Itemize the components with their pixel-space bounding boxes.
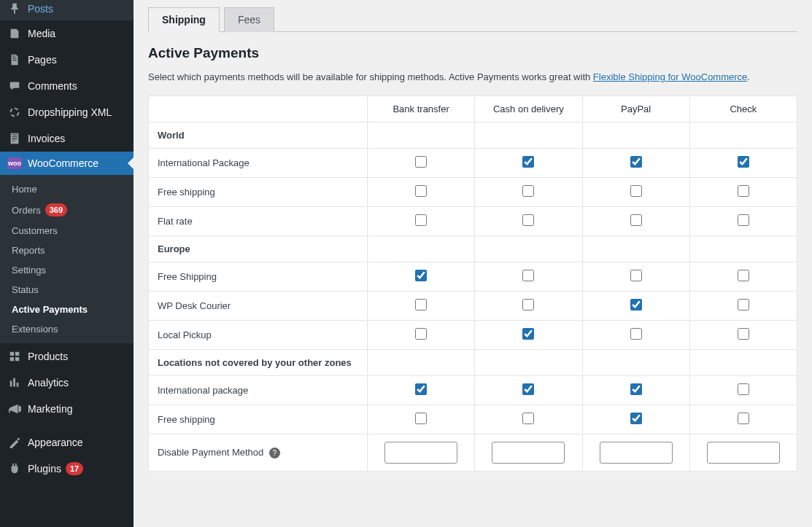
orders-count-badge: 369 [45, 203, 67, 216]
sidebar-item-plugins[interactable]: Plugins 17 [0, 456, 134, 482]
payment-checkbox[interactable] [738, 270, 749, 281]
sidebar-item-label: Dropshipping XML [28, 106, 112, 118]
submenu-item-customers[interactable]: Customers [0, 221, 134, 241]
payment-checkbox[interactable] [522, 328, 534, 340]
submenu-item-reports[interactable]: Reports [0, 241, 134, 260]
sidebar-item-dropshipping[interactable]: Dropshipping XML [0, 99, 134, 125]
sidebar-item-analytics[interactable]: Analytics [0, 370, 134, 396]
zone-label: World [149, 122, 368, 149]
payment-checkbox[interactable] [522, 413, 534, 424]
table-row: WP Desk Courier [149, 292, 797, 321]
payment-checkbox[interactable] [738, 299, 749, 311]
payment-checkbox[interactable] [630, 185, 642, 197]
zone-label: Locations not covered by your other zone… [149, 350, 368, 376]
payment-checkbox[interactable] [415, 185, 427, 197]
sidebar-item-label: Plugins [28, 463, 61, 475]
sidebar-item-products[interactable]: Products [0, 343, 134, 370]
disable-amount-input[interactable] [492, 442, 565, 464]
payment-checkbox[interactable] [522, 299, 534, 311]
sidebar-item-comments[interactable]: Comments [0, 73, 134, 99]
payment-checkbox[interactable] [630, 214, 642, 226]
payment-checkbox[interactable] [415, 214, 427, 226]
payment-checkbox[interactable] [630, 328, 642, 340]
disable-payment-label: Disable Payment Method ? [149, 434, 368, 472]
invoice-icon [7, 131, 22, 146]
sidebar-item-woocommerce[interactable]: woo WooCommerce [0, 152, 134, 175]
submenu-item-extensions[interactable]: Extensions [0, 319, 134, 339]
tab-shipping[interactable]: Shipping [148, 7, 220, 32]
sidebar-item-media[interactable]: Media [0, 20, 134, 47]
payment-checkbox[interactable] [738, 185, 749, 197]
submenu-item-status[interactable]: Status [0, 280, 134, 300]
payment-checkbox[interactable] [522, 383, 534, 395]
col-check: Check [689, 96, 797, 122]
payment-checkbox[interactable] [738, 413, 749, 424]
payment-checkbox[interactable] [630, 383, 642, 395]
payment-checkbox[interactable] [415, 156, 427, 168]
shipping-method-label: Free shipping [149, 405, 368, 434]
woocommerce-icon: woo [7, 157, 22, 169]
sidebar-item-label: Marketing [28, 403, 72, 415]
payment-checkbox[interactable] [738, 328, 749, 340]
payment-checkbox[interactable] [415, 270, 427, 281]
table-row: Free shipping [149, 178, 797, 207]
payment-checkbox[interactable] [415, 413, 427, 424]
table-row: International package [149, 376, 797, 405]
appearance-icon [7, 435, 22, 450]
payment-checkbox[interactable] [522, 156, 534, 168]
help-icon[interactable]: ? [269, 448, 280, 458]
disable-amount-input[interactable] [384, 442, 457, 464]
submenu-item-orders[interactable]: Orders369 [0, 199, 134, 221]
payment-checkbox[interactable] [630, 413, 642, 424]
shipping-method-label: Flat rate [149, 207, 368, 236]
sidebar-item-label: Posts [28, 3, 53, 15]
shipping-method-label: WP Desk Courier [149, 292, 368, 321]
col-paypal: PayPal [582, 96, 689, 122]
sidebar-item-label: Products [28, 351, 68, 362]
marketing-icon [7, 402, 22, 416]
payment-checkbox[interactable] [630, 299, 642, 311]
tab-fees[interactable]: Fees [224, 7, 274, 32]
submenu-item-settings[interactable]: Settings [0, 260, 134, 280]
flexible-shipping-link[interactable]: Flexible Shipping for WooCommerce [593, 71, 747, 82]
sidebar-item-label: Pages [28, 54, 57, 66]
zone-label: Europe [149, 236, 368, 262]
disable-payment-row: Disable Payment Method ? [149, 434, 797, 472]
sidebar-item-posts[interactable]: Posts [0, 0, 134, 20]
disable-amount-input[interactable] [707, 442, 780, 464]
sidebar-item-invoices[interactable]: Invoices [0, 125, 134, 152]
sidebar-item-label: Invoices [28, 133, 65, 144]
payment-checkbox[interactable] [738, 383, 749, 395]
payment-checkbox[interactable] [522, 270, 534, 281]
submenu-item-home[interactable]: Home [0, 179, 134, 199]
table-header-row: Bank transfer Cash on delivery PayPal Ch… [149, 96, 797, 122]
woocommerce-submenu: Home Orders369 Customers Reports Setting… [0, 175, 134, 343]
sidebar-item-pages[interactable]: Pages [0, 47, 134, 73]
payment-checkbox[interactable] [522, 185, 534, 197]
refresh-icon [7, 105, 22, 120]
payment-checkbox[interactable] [522, 214, 534, 226]
table-row: International Package [149, 149, 797, 178]
analytics-icon [7, 375, 22, 390]
table-row: Free Shipping [149, 262, 797, 292]
media-icon [7, 26, 22, 41]
page-icon [7, 52, 22, 67]
sidebar-item-marketing[interactable]: Marketing [0, 396, 134, 422]
table-row: Free shipping [149, 405, 797, 434]
payment-checkbox[interactable] [630, 156, 642, 168]
payment-checkbox[interactable] [415, 299, 427, 311]
submenu-item-active-payments[interactable]: Active Payments [0, 300, 134, 319]
col-cash-on-delivery: Cash on delivery [475, 96, 582, 122]
page-title: Active Payments [148, 45, 797, 61]
sidebar-item-label: Appearance [28, 437, 83, 448]
plugins-icon [7, 461, 22, 476]
payment-checkbox[interactable] [630, 270, 642, 281]
sidebar-item-appearance[interactable]: Appearance [0, 429, 134, 456]
disable-amount-input[interactable] [600, 442, 673, 464]
sidebar-item-label: Comments [28, 80, 77, 92]
payment-checkbox[interactable] [415, 328, 427, 340]
payment-checkbox[interactable] [415, 383, 427, 395]
payment-checkbox[interactable] [738, 156, 749, 168]
payment-checkbox[interactable] [738, 214, 749, 226]
admin-sidebar: Posts Media Pages Comments Dropshipping … [0, 0, 134, 527]
